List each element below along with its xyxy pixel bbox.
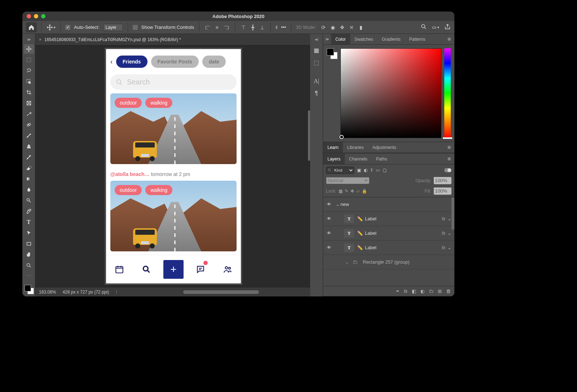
gradient-tool[interactable] xyxy=(24,174,34,184)
tag-pill[interactable]: outdoor xyxy=(115,98,142,108)
align-right-icon[interactable]: ⫎ xyxy=(223,25,230,30)
filter-pill-date[interactable]: date xyxy=(202,56,226,68)
panel-menu-icon[interactable]: ≡ xyxy=(444,34,454,44)
opacity-field[interactable] xyxy=(433,177,452,184)
blend-mode[interactable]: Normal xyxy=(326,177,369,184)
pen-tool[interactable] xyxy=(24,207,34,216)
panel-menu-icon[interactable]: ≡ xyxy=(444,142,454,153)
filter-pill-friends[interactable]: Friends xyxy=(116,56,147,68)
nav-add[interactable]: + xyxy=(163,260,184,279)
visibility-icon[interactable]: 👁 xyxy=(323,230,335,236)
filter-type-icon[interactable]: T xyxy=(370,168,373,173)
color-field[interactable] xyxy=(340,48,441,138)
nav-messages[interactable] xyxy=(190,260,211,279)
lock-artboard-icon[interactable]: ▱ xyxy=(356,189,360,194)
dock-icon[interactable]: ▦ xyxy=(312,45,322,55)
layer-row[interactable]: ⌄ 🗀 Rectangle 257 (group) xyxy=(323,255,454,269)
lock-brush-icon[interactable]: ✎ xyxy=(345,189,348,194)
layer-mask-icon[interactable]: ◧ xyxy=(412,289,416,294)
close-tab-icon[interactable]: × xyxy=(39,37,41,42)
tab-patterns[interactable]: Patterns xyxy=(405,34,430,44)
history-brush-tool[interactable] xyxy=(24,153,34,162)
object-select-tool[interactable] xyxy=(24,77,34,86)
post-card[interactable]: outdoor walking xyxy=(110,93,237,164)
tag-pill[interactable]: walking xyxy=(145,185,172,195)
fx-badge[interactable]: fx xyxy=(442,245,445,250)
tag-pill[interactable]: outdoor xyxy=(115,185,142,195)
tab-libraries[interactable]: Libraries xyxy=(343,142,368,153)
align-top-icon[interactable]: ⊤ xyxy=(240,25,247,30)
delete-layer-icon[interactable]: 🗑 xyxy=(446,289,451,294)
layer-style-icon[interactable]: fx xyxy=(404,289,408,294)
layer-row[interactable]: 👁 T ✏️Label fx⌄ xyxy=(323,212,454,226)
lock-all-icon[interactable]: 🔒 xyxy=(362,189,367,194)
blur-tool[interactable] xyxy=(24,185,34,194)
collapse-dock-icon[interactable]: ≪ xyxy=(315,38,318,41)
tab-learn[interactable]: Learn xyxy=(323,142,343,153)
fx-badge[interactable]: fx xyxy=(442,216,445,221)
panel-menu-icon[interactable]: ≡ xyxy=(444,154,454,164)
eraser-tool[interactable] xyxy=(24,163,34,173)
tab-gradients[interactable]: Gradients xyxy=(378,34,405,44)
canvas[interactable]: ‹ Friends Favorite Posts date Search xyxy=(35,45,310,287)
move-tool[interactable] xyxy=(24,44,34,54)
filter-pill-favorite[interactable]: Favorite Posts xyxy=(151,56,199,68)
layer-row[interactable]: 👁 T ✏️Label fx⌄ xyxy=(323,241,454,255)
visibility-icon[interactable]: 👁 xyxy=(323,216,335,221)
rectangle-tool[interactable] xyxy=(24,239,34,248)
horizontal-scrollbar[interactable] xyxy=(183,290,259,294)
align-bottom-icon[interactable]: ⊥ xyxy=(259,25,266,30)
filter-adjust-icon[interactable]: ◐ xyxy=(364,168,367,173)
lock-pixels-icon[interactable]: ▦ xyxy=(339,189,343,194)
tool-more-icon[interactable]: ⋯ xyxy=(27,273,31,278)
hue-slider[interactable] xyxy=(444,48,451,138)
filter-shape-icon[interactable]: ▭ xyxy=(376,168,380,173)
frame-tool[interactable] xyxy=(24,98,34,108)
dodge-tool[interactable] xyxy=(24,196,34,205)
disclosure-icon[interactable]: ⌄ xyxy=(335,202,340,207)
more-align-icon[interactable]: ••• xyxy=(281,25,286,30)
zoom-tool[interactable] xyxy=(24,261,34,270)
nav-calendar[interactable] xyxy=(109,260,129,279)
type-tool[interactable]: T xyxy=(24,217,34,227)
marquee-tool[interactable] xyxy=(24,55,34,65)
visibility-icon[interactable]: 👁 xyxy=(323,202,335,207)
collapse-toolbox-icon[interactable]: ≫ xyxy=(27,38,31,41)
zoom-level[interactable]: 163.06% xyxy=(39,290,56,295)
dock-3d-icon[interactable]: ⬚ xyxy=(312,57,322,67)
hand-tool[interactable] xyxy=(24,250,34,259)
dock-paragraph-icon[interactable]: ¶ xyxy=(312,88,322,98)
fx-badge[interactable]: fx xyxy=(442,230,445,236)
mention[interactable]: @atolla beach… xyxy=(110,171,150,177)
share-icon[interactable] xyxy=(444,23,451,31)
healing-brush-tool[interactable] xyxy=(24,120,34,129)
disclosure-icon[interactable]: ⌄ xyxy=(344,259,350,265)
post-card[interactable]: outdoor walking xyxy=(110,181,237,251)
workspace-switcher[interactable]: ▭ ▾ xyxy=(432,25,439,30)
foreground-background-swatch[interactable] xyxy=(24,284,34,294)
visibility-icon[interactable]: 👁 xyxy=(323,245,335,250)
tag-pill[interactable]: walking xyxy=(145,98,172,108)
align-vcenter-icon[interactable]: ╋ xyxy=(249,25,256,30)
show-transform-checkbox[interactable] xyxy=(133,25,138,30)
brush-tool[interactable] xyxy=(24,131,34,140)
tab-channels[interactable]: Channels xyxy=(345,154,372,164)
lock-position-icon[interactable]: ✥ xyxy=(351,189,354,194)
document-tab[interactable]: × 1654518080933_TdiEmLcLbFcaTi0RdM0ZYn.p… xyxy=(39,37,181,42)
new-group-icon[interactable]: 🗀 xyxy=(429,289,433,294)
tab-color[interactable]: Color xyxy=(331,34,350,44)
fill-field[interactable] xyxy=(433,187,452,195)
crop-tool[interactable] xyxy=(24,88,34,97)
clone-stamp-tool[interactable] xyxy=(24,142,34,151)
link-layers-icon[interactable]: ⚭ xyxy=(396,289,400,294)
search-field[interactable]: Search xyxy=(110,74,237,90)
new-layer-icon[interactable]: ⊞ xyxy=(438,289,442,294)
move-tool-icon[interactable]: ▾ xyxy=(47,24,56,31)
align-hcenter-icon[interactable]: ≡ xyxy=(213,25,221,30)
tab-adjustments[interactable]: Adjustments xyxy=(368,142,401,153)
align-left-icon[interactable]: ⫍ xyxy=(204,25,211,30)
lasso-tool[interactable] xyxy=(24,66,34,75)
back-icon[interactable]: ‹ xyxy=(110,58,113,66)
auto-select-checkbox[interactable] xyxy=(65,25,70,30)
home-button[interactable] xyxy=(26,22,37,32)
